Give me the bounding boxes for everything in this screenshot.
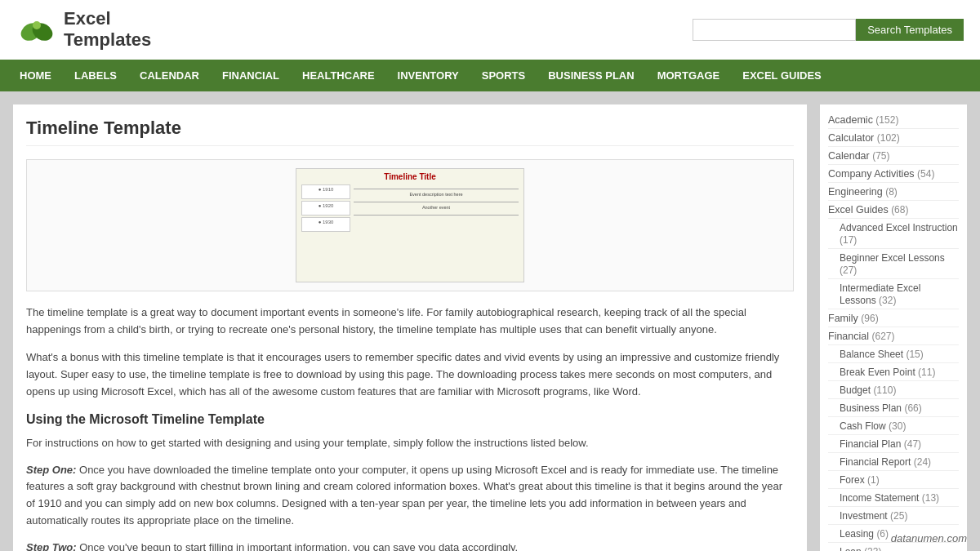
section-heading: Using the Microsoft Timeline Template xyxy=(26,412,794,427)
sidebar-link[interactable]: Financial Plan (47) xyxy=(840,438,921,450)
nav-calendar[interactable]: CALENDAR xyxy=(128,60,211,91)
sidebar-count: (66) xyxy=(904,402,921,414)
timeline-cell-3: ● 1930 xyxy=(301,217,350,232)
timeline-line-1 xyxy=(354,184,519,189)
sidebar-count: (13) xyxy=(922,492,939,504)
nav-excel-guides[interactable]: EXCEL GUIDES xyxy=(731,60,833,91)
sidebar-link[interactable]: Business Plan (66) xyxy=(840,402,922,414)
sidebar-item: Calculator (102) xyxy=(828,129,959,147)
sidebar-link[interactable]: Engineering (8) xyxy=(828,186,898,198)
timeline-line-2 xyxy=(354,198,519,202)
sidebar-item: Intermediate Excel Lessons (32) xyxy=(828,279,959,309)
sidebar-count: (32) xyxy=(879,295,896,306)
sidebar-link[interactable]: Academic (152) xyxy=(828,114,898,126)
sidebar-count: (17) xyxy=(840,234,857,246)
timeline-cell-1: ● 1910 xyxy=(301,184,350,199)
sidebar-link[interactable]: Calculator (102) xyxy=(828,132,900,144)
sidebar-item: Family (96) xyxy=(828,309,959,327)
sidebar-link[interactable]: Intermediate Excel Lessons (32) xyxy=(840,282,920,306)
sidebar-link[interactable]: Excel Guides (68) xyxy=(828,204,908,216)
sidebar-item: Income Statement (13) xyxy=(828,489,959,507)
step1-text: Once you have downloaded the timeline te… xyxy=(26,464,782,527)
instructions-intro: For instructions on how to get started w… xyxy=(26,435,794,452)
main-nav: HOME LABELS CALENDAR FINANCIAL HEALTHCAR… xyxy=(0,60,980,91)
sidebar-link[interactable]: Family (96) xyxy=(828,313,879,324)
nav-inventory[interactable]: INVENTORY xyxy=(386,60,470,91)
sidebar-count: (8) xyxy=(885,186,898,198)
sidebar-item: Balance Sheet (15) xyxy=(828,345,959,363)
sidebar-link[interactable]: Break Even Point (11) xyxy=(840,367,935,378)
sidebar-count: (68) xyxy=(891,204,908,216)
sidebar-item: Academic (152) xyxy=(828,111,959,129)
sidebar-link[interactable]: Forex (1) xyxy=(840,474,880,486)
nav-financial[interactable]: FINANCIAL xyxy=(211,60,291,91)
content-area: Timeline Template Timeline Title ● 1910 … xyxy=(13,104,807,551)
svg-point-2 xyxy=(33,21,41,29)
sidebar-count: (6) xyxy=(876,528,889,540)
sidebar-item: Financial Report (24) xyxy=(828,453,959,471)
sidebar-count: (627) xyxy=(872,331,895,342)
sidebar-item: Financial Plan (47) xyxy=(828,435,959,453)
sidebar-link[interactable]: Calendar (75) xyxy=(828,150,890,162)
sidebar-list: Academic (152)Calculator (102)Calendar (… xyxy=(820,104,967,551)
sidebar-count: (23) xyxy=(864,546,881,551)
sidebar: Academic (152)Calculator (102)Calendar (… xyxy=(820,104,967,551)
sidebar-link[interactable]: Beginner Excel Lessons (27) xyxy=(840,252,945,276)
main-container: Timeline Template Timeline Title ● 1910 … xyxy=(0,91,980,551)
nav-home[interactable]: HOME xyxy=(8,60,63,91)
search-button[interactable]: Search Templates xyxy=(856,19,964,41)
nav-sports[interactable]: SPORTS xyxy=(470,60,537,91)
sidebar-link[interactable]: Cash Flow (30) xyxy=(840,420,906,432)
template-image: Timeline Title ● 1910 ● 1920 ● 1930 Even… xyxy=(296,168,524,282)
header: Excel Templates Search Templates xyxy=(0,0,980,60)
sidebar-link[interactable]: Income Statement (13) xyxy=(840,492,939,504)
search-area: Search Templates xyxy=(693,19,964,41)
logo-text: Excel Templates xyxy=(64,8,151,51)
sidebar-link[interactable]: Financial (627) xyxy=(828,331,895,342)
sidebar-item: Financial (627) xyxy=(828,327,959,345)
description-paragraph: What's a bonus with this timeline templa… xyxy=(26,349,794,400)
sidebar-link[interactable]: Leasing (6) xyxy=(840,528,889,540)
step2-text: Once you've begun to start filling in im… xyxy=(79,541,518,551)
sidebar-item: Investment (25) xyxy=(828,507,959,525)
timeline-content: ● 1910 ● 1920 ● 1930 Event description t… xyxy=(296,184,523,233)
nav-mortgage[interactable]: MORTGAGE xyxy=(646,60,732,91)
timeline-line-3 xyxy=(354,211,519,216)
step1-label: Step One: xyxy=(26,464,76,476)
sidebar-count: (27) xyxy=(840,264,857,276)
sidebar-link[interactable]: Company Activities (54) xyxy=(828,168,934,180)
sidebar-item: Budget (110) xyxy=(828,381,959,399)
sidebar-link[interactable]: Investment (25) xyxy=(840,510,907,522)
timeline-text-1: Event description text here xyxy=(354,192,519,198)
sidebar-link[interactable]: Financial Report (24) xyxy=(840,456,931,468)
logo-area: Excel Templates xyxy=(16,8,151,51)
sidebar-count: (24) xyxy=(914,456,931,468)
nav-labels[interactable]: LABELS xyxy=(63,60,128,91)
sidebar-item: Forex (1) xyxy=(828,471,959,489)
sidebar-count: (54) xyxy=(917,168,934,180)
sidebar-count: (152) xyxy=(875,114,898,126)
sidebar-count: (1) xyxy=(867,474,880,486)
sidebar-link[interactable]: Loan (23) xyxy=(840,546,881,551)
nav-healthcare[interactable]: HEALTHCARE xyxy=(291,60,386,91)
sidebar-count: (15) xyxy=(906,349,923,360)
sidebar-item: Cash Flow (30) xyxy=(828,417,959,435)
watermark: datanumen.com xyxy=(891,532,967,544)
sidebar-count: (30) xyxy=(889,420,906,432)
sidebar-item: Engineering (8) xyxy=(828,183,959,201)
step2-paragraph: Step Two: Once you've begun to start fil… xyxy=(26,540,794,551)
step2-label: Step Two: xyxy=(26,541,77,551)
sidebar-item: Beginner Excel Lessons (27) xyxy=(828,249,959,279)
sidebar-count: (75) xyxy=(872,150,889,162)
sidebar-item: Company Activities (54) xyxy=(828,165,959,183)
sidebar-link[interactable]: Budget (110) xyxy=(840,384,896,396)
page-title: Timeline Template xyxy=(26,118,794,146)
sidebar-link[interactable]: Balance Sheet (15) xyxy=(840,349,924,360)
search-input[interactable] xyxy=(693,19,856,41)
nav-business-plan[interactable]: BUSINESS PLAN xyxy=(537,60,645,91)
sidebar-count: (25) xyxy=(890,510,907,522)
logo-icon xyxy=(16,9,57,50)
sidebar-count: (96) xyxy=(861,313,878,324)
sidebar-link[interactable]: Advanced Excel Instruction (17) xyxy=(840,222,958,246)
sidebar-count: (102) xyxy=(877,132,900,144)
